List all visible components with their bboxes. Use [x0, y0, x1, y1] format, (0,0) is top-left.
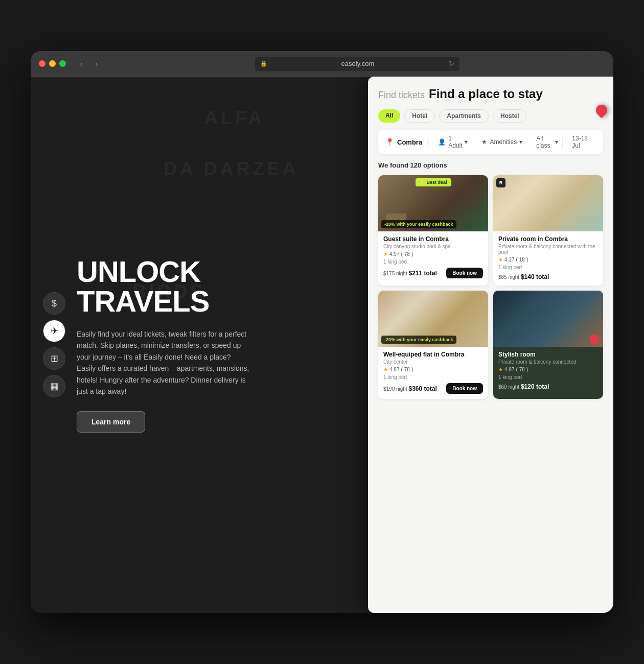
property-price-row-2: $85 night $140 total [498, 273, 598, 280]
close-button[interactable] [39, 60, 45, 67]
property-info-1: Guest suite in Combra City canyon studio… [378, 231, 488, 283]
property-price-4: $60 night $120 total [498, 383, 549, 390]
property-rating-3: ★ 4.87 (78) [383, 367, 483, 372]
app-panel: Find tickets Find a place to stay All Ho… [368, 77, 613, 613]
cashback-badge-3: -20% with your easily cashback [381, 336, 456, 344]
map-label-2: DA DARZEA [164, 158, 299, 180]
property-info-4: Stylish room Private room & balcony conn… [493, 347, 603, 395]
hero-description: Easily find your ideal tickets, tweak fi… [77, 328, 250, 397]
property-type-4: Private room & balcony connected [498, 359, 598, 365]
url-text: easely.com [270, 60, 446, 67]
property-info-3: Well-equiped flat in Combra City center … [378, 347, 488, 399]
sidebar-dollar-icon[interactable]: $ [43, 292, 65, 315]
property-card-3[interactable]: -20% with your easily cashback Well-equi… [378, 291, 488, 399]
map-pin-icon [592, 105, 611, 126]
pill-apartments[interactable]: Apartments [439, 109, 489, 123]
app-background: ALFA DA DARZEA BIRDS BRZEALTY ALTO AB JD… [31, 77, 613, 613]
filter-class[interactable]: All class ▾ [532, 135, 563, 149]
star-icon-1: ★ [383, 251, 388, 257]
sidebar-plane-icon[interactable]: ✈ [43, 320, 65, 342]
property-bed-2: 1 king bed [498, 265, 598, 270]
star-icon-3: ★ [383, 367, 388, 372]
lock-icon: 🔒 [260, 60, 267, 67]
traffic-lights [39, 60, 66, 67]
refresh-button[interactable]: ↻ [449, 60, 454, 67]
property-name-4: Stylish room [498, 351, 598, 358]
book-button-1[interactable]: Book now [446, 268, 483, 278]
property-image-2: R [493, 175, 603, 231]
property-name-2: Private room in Combra [498, 235, 598, 243]
property-image-1: ⭐ Best deal -20% with your easily cashba… [378, 175, 488, 231]
property-price-row-1: $175 night $211 total Book now [383, 268, 483, 278]
property-card-1[interactable]: ⭐ Best deal -20% with your easily cashba… [378, 175, 488, 286]
hero-section: UNLOCK TRAVELS Easily find your ideal ti… [77, 257, 250, 433]
adults-label: 1 Adult [448, 135, 462, 149]
search-bar: 📍 Combra 👤 1 Adult ▾ ★ Amenities ▾ [378, 130, 603, 154]
property-rating-2: ★ 4.37 (18) [498, 257, 598, 263]
sidebar-chart-icon[interactable]: ▦ [43, 375, 65, 397]
property-name-1: Guest suite in Combra [383, 235, 483, 243]
location-icon: 📍 [385, 138, 394, 146]
property-grid: ⭐ Best deal -20% with your easily cashba… [368, 175, 613, 409]
category-pills: All Hotel Apartments Hostel [378, 109, 603, 123]
browser-content: ALFA DA DARZEA BIRDS BRZEALTY ALTO AB JD… [31, 77, 613, 613]
filter-amenities[interactable]: ★ Amenities ▾ [477, 138, 527, 146]
address-bar[interactable]: 🔒 easely.com ↻ [255, 57, 459, 71]
pill-hostel[interactable]: Hostel [493, 109, 527, 123]
property-card-4[interactable]: Stylish room Private room & balcony conn… [493, 291, 603, 399]
book-button-3[interactable]: Book now [446, 383, 483, 394]
property-card-2[interactable]: R Private room in Combra Private room & … [493, 175, 603, 286]
property-name-3: Well-equiped flat in Combra [383, 351, 483, 358]
filter-adults[interactable]: 👤 1 Adult ▾ [434, 135, 472, 149]
property-image-4 [493, 291, 603, 347]
app-header: Find tickets Find a place to stay All Ho… [368, 77, 613, 154]
class-label: All class [536, 135, 553, 149]
filter-dates[interactable]: 13-18 Jul [568, 135, 596, 149]
property-rating-1: ★ 4.97 (78) [383, 251, 483, 257]
nav-arrows: ‹ › [75, 58, 103, 70]
find-tickets-tab[interactable]: Find tickets [378, 90, 425, 101]
find-place-tab[interactable]: Find a place to stay [429, 87, 543, 101]
property-price-3: $190 night $360 total [383, 385, 437, 392]
r-badge: R [496, 178, 505, 187]
dates-label: 13-18 Jul [572, 135, 592, 149]
best-deal-badge: ⭐ Best deal [415, 178, 451, 186]
cashback-badge-1: -20% with your easily cashback [381, 220, 456, 228]
map-label-1: ALFA [204, 107, 265, 129]
property-price-row-4: $60 night $120 total [498, 383, 598, 390]
property-bed-1: 1 king bed [383, 259, 483, 265]
adults-icon: 👤 [438, 138, 446, 146]
property-type-1: City canyon studio pool & spa [383, 244, 483, 249]
star-icon-2: ★ [498, 257, 503, 263]
property-price-row-3: $190 night $360 total Book now [383, 383, 483, 394]
left-sidebar: $ ✈ ⊞ ▦ [43, 292, 65, 397]
amenities-icon: ★ [481, 138, 487, 146]
star-icon-4: ★ [498, 367, 503, 372]
minimize-button[interactable] [49, 60, 56, 67]
forward-button[interactable]: › [90, 58, 103, 70]
app-tabs: Find tickets Find a place to stay [378, 87, 603, 101]
browser-chrome: ‹ › 🔒 easely.com ↻ [31, 51, 613, 77]
back-button[interactable]: ‹ [75, 58, 87, 70]
property-image-3: -20% with your easily cashback [378, 291, 488, 347]
results-count: We found 120 options [368, 161, 613, 169]
pill-hotel[interactable]: Hotel [404, 109, 435, 123]
sidebar-puzzle-icon[interactable]: ⊞ [43, 347, 65, 370]
property-bed-4: 1 king bed [498, 374, 598, 380]
property-info-2: Private room in Combra Private room & ba… [493, 231, 603, 286]
location-name: Combra [397, 138, 422, 146]
property-rating-4: ★ 4.97 (78) [498, 367, 598, 372]
maximize-button[interactable] [59, 60, 66, 67]
property-type-2: Private room & balcony connected with th… [498, 244, 598, 255]
monitor: ‹ › 🔒 easely.com ↻ ALFA DA DARZEA BIRDS … [31, 51, 613, 613]
hero-title: UNLOCK TRAVELS [77, 257, 250, 316]
property-type-3: City center [383, 359, 483, 365]
card-pin-icon [588, 333, 601, 345]
learn-more-button[interactable]: Learn more [77, 411, 145, 433]
property-bed-3: 1 king bed [383, 374, 483, 380]
amenities-label: Amenities [490, 138, 517, 146]
property-price-2: $85 night $140 total [498, 273, 549, 280]
search-location[interactable]: 📍 Combra [385, 138, 429, 146]
property-price-1: $175 night $211 total [383, 270, 437, 277]
pill-all[interactable]: All [378, 109, 400, 123]
